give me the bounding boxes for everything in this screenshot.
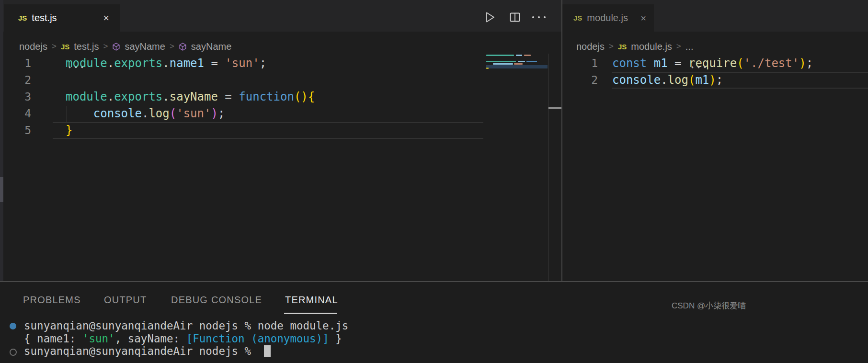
code-token: sayName — [170, 90, 218, 103]
js-file-icon: JS — [618, 43, 627, 51]
code-token: module — [66, 90, 107, 103]
code-token: { — [308, 90, 315, 103]
panel-top-border — [0, 281, 868, 282]
code-line: console.log('sun'); — [66, 105, 225, 122]
terminal-line: sunyanqian@sunyanqiandeAir nodejs % node… — [24, 319, 348, 332]
code-token: exports — [114, 57, 162, 70]
tab-title: test.js — [32, 12, 57, 23]
breadcrumb-item[interactable]: module.js — [631, 41, 672, 52]
breadcrumb-item[interactable]: sayName — [191, 41, 231, 52]
code-token: require — [688, 57, 737, 70]
code-token: = — [218, 90, 239, 103]
code-token: ; — [218, 107, 225, 120]
code-token: exports — [114, 90, 162, 103]
code-token: ) — [301, 90, 308, 103]
terminal-text: } — [329, 332, 342, 345]
code-token: ( — [688, 73, 695, 87]
line-number: 1 — [569, 55, 598, 72]
scrollbar-lane-border — [548, 54, 548, 282]
symbol-cube-icon — [179, 43, 187, 51]
minimap-line — [516, 55, 522, 56]
code-line: } — [66, 122, 72, 139]
panel-tab-problems[interactable]: PROBLEMS — [23, 293, 81, 306]
terminal-line: { name1: 'sun', sayName: [Function (anon… — [24, 332, 342, 345]
panel-tab-debug-console[interactable]: DEBUG CONSOLE — [171, 293, 262, 306]
split-editor-icon[interactable] — [508, 11, 522, 24]
minimap-line — [514, 63, 523, 65]
code-token: ) — [211, 107, 217, 120]
line-number: 2 — [569, 72, 598, 89]
vscode-window: JS test.js × JS module.js × nodejs>JStes… — [0, 0, 868, 363]
left-edge-strip — [0, 0, 3, 282]
terminal-text: , sayName: — [115, 332, 186, 345]
run-icon[interactable] — [483, 11, 496, 24]
breadcrumb-item[interactable]: ... — [685, 41, 694, 52]
code-token: . — [162, 90, 169, 103]
code-line: const m1 = require('./test'); — [612, 55, 813, 72]
breadcrumb-item[interactable]: nodejs — [576, 41, 605, 52]
code-token: function — [239, 90, 294, 103]
breadcrumb-left: nodejs>JStest.js>sayName>sayName — [19, 39, 231, 54]
more-actions-icon[interactable] — [532, 11, 546, 24]
code-token: ( — [170, 107, 176, 120]
minimap-line — [524, 55, 531, 56]
panel-tab-output[interactable]: OUTPUT — [104, 293, 147, 306]
minimap-line — [518, 61, 525, 62]
code-token: log — [148, 107, 169, 120]
code-token: . — [162, 57, 169, 70]
breadcrumb-item[interactable]: sayName — [125, 41, 165, 52]
code-token: log — [668, 73, 688, 87]
breadcrumb-item[interactable]: nodejs — [19, 41, 47, 52]
line-number: 4 — [2, 105, 31, 122]
code-token: ) — [799, 57, 806, 70]
code-token: name1 — [170, 57, 204, 70]
minimap-line — [526, 61, 537, 62]
terminal-line: sunyanqian@sunyanqiandeAir nodejs % — [24, 345, 258, 358]
code-token: m1 — [695, 73, 709, 87]
code-token: ; — [806, 57, 813, 70]
chevron-right-icon: > — [609, 42, 614, 51]
code-token: . — [107, 90, 114, 103]
chevron-right-icon: > — [52, 42, 57, 51]
overview-ruler-cursor-mark[interactable] — [548, 107, 561, 109]
terminal-command-decoration-placeholder — [10, 349, 17, 356]
close-icon[interactable]: × — [103, 13, 109, 23]
code-token: } — [66, 124, 72, 137]
code-token — [66, 107, 93, 120]
minimap-line — [486, 55, 514, 56]
code-token: console — [93, 107, 142, 120]
breadcrumb-item[interactable]: test.js — [74, 41, 99, 52]
code-token: m1 — [654, 57, 668, 70]
code-line: module.exports.sayName = function(){ — [66, 89, 315, 105]
terminal-text: [Function (anonymous)] — [186, 332, 329, 345]
minimap-current-line-band — [486, 65, 548, 68]
terminal-command-decoration-success — [10, 323, 16, 329]
close-icon[interactable]: × — [640, 13, 646, 23]
js-file-icon: JS — [573, 14, 582, 22]
left-edge-scroll-handle[interactable] — [0, 177, 3, 202]
editor-group-divider[interactable] — [561, 0, 562, 282]
code-line: module.exports.name1 = 'sun'; — [66, 55, 266, 72]
terminal-text: sunyanqian@sunyanqiandeAir nodejs % node… — [24, 319, 348, 332]
code-token: ( — [737, 57, 743, 70]
code-token: . — [661, 73, 667, 87]
chevron-right-icon: > — [676, 42, 681, 51]
code-token: ; — [260, 57, 266, 70]
terminal-text: 'sun' — [82, 332, 115, 345]
panel-tab-terminal[interactable]: TERMINAL — [285, 293, 338, 306]
terminal-text: { name1: — [24, 332, 82, 345]
code-token: ; — [716, 73, 723, 87]
breadcrumb-right: nodejs>JSmodule.js>... — [576, 39, 693, 54]
terminal-cursor — [264, 345, 271, 357]
tab-test-js[interactable]: JS test.js × — [4, 4, 120, 32]
code-token: 'sun' — [225, 57, 259, 70]
code-line: console.log(m1); — [612, 72, 723, 89]
tab-title: module.js — [587, 12, 628, 23]
symbol-cube-icon — [112, 43, 120, 51]
code-token: 'sun' — [176, 107, 211, 120]
line-number: 2 — [2, 72, 31, 89]
code-token: . — [107, 57, 114, 70]
current-line-highlight — [53, 122, 483, 139]
tab-module-js[interactable]: JS module.js × — [562, 4, 654, 32]
line-number: 3 — [2, 89, 31, 105]
